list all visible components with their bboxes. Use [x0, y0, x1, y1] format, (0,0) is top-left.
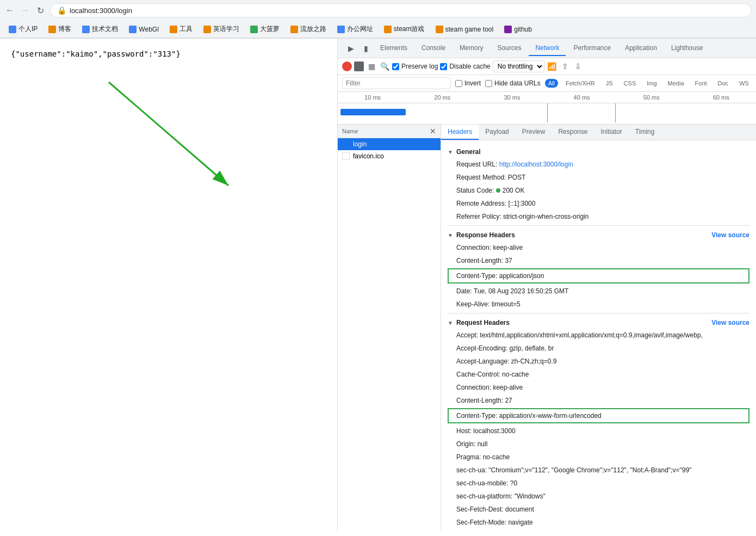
timeline-bar-area: [338, 103, 756, 122]
request-headers-section-header[interactable]: ▼ Request Headers View source: [448, 316, 749, 329]
bookmark-icon: [436, 26, 443, 33]
request-icon-favicon: [342, 152, 350, 160]
filter-doc[interactable]: Doc: [715, 79, 732, 88]
bookmark-webgl[interactable]: WebGl: [125, 24, 163, 35]
bookmark-blog[interactable]: 博客: [44, 23, 76, 35]
referrer-policy-key: Referrer Policy:: [456, 213, 503, 220]
bookmark-steam[interactable]: steam游戏: [380, 23, 429, 35]
back-button[interactable]: ←: [4, 5, 15, 16]
filter-font[interactable]: Font: [692, 79, 710, 88]
response-headers-title: Response Headers: [456, 231, 515, 239]
tab-lighthouse[interactable]: Lighthouse: [665, 41, 710, 56]
device-icon-btn[interactable]: ▮: [360, 42, 373, 55]
detail-tab-response[interactable]: Response: [551, 125, 594, 140]
close-panel-button[interactable]: ✕: [430, 127, 436, 135]
disable-cache-label[interactable]: Disable cache: [440, 63, 490, 70]
search-icon-btn[interactable]: 🔍: [379, 61, 390, 72]
bookmark-steamtool[interactable]: steam game tool: [431, 24, 498, 35]
req-host-row: Host: localhost:3000: [448, 424, 749, 438]
filter-input[interactable]: [342, 77, 451, 89]
detail-tab-headers[interactable]: Headers: [441, 125, 479, 140]
bookmark-diablo[interactable]: 大菠萝: [246, 23, 284, 35]
tab-network[interactable]: Network: [529, 41, 566, 56]
req-accept-value: text/html,application/xhtml+xml,applicat…: [480, 331, 703, 339]
bookmark-tools[interactable]: 工具: [165, 23, 197, 35]
hide-data-urls-checkbox[interactable]: [485, 80, 492, 87]
bookmark-techdoc[interactable]: 技术文档: [78, 23, 122, 35]
req-accept-encoding-value: gzip, deflate, br: [509, 344, 554, 352]
invert-checkbox[interactable]: [455, 80, 462, 87]
bookmark-office[interactable]: 办公网址: [333, 23, 377, 35]
bookmark-label: 个人IP: [18, 24, 38, 34]
filter-all[interactable]: All: [545, 79, 558, 88]
forward-button[interactable]: →: [20, 5, 30, 16]
filter-js[interactable]: JS: [603, 79, 616, 88]
bookmark-gerenip[interactable]: 个人IP: [4, 23, 42, 35]
disable-cache-text: Disable cache: [449, 63, 490, 70]
timeline-marker-2: [615, 103, 616, 122]
filter-icon-btn[interactable]: ▦: [366, 61, 377, 72]
request-list-header: Name ✕: [338, 125, 441, 138]
detail-tabs: Headers Payload Preview Response Initiat…: [441, 125, 756, 140]
wifi-icon-btn[interactable]: 📶: [547, 61, 557, 72]
filter-media[interactable]: Media: [665, 79, 687, 88]
req-sec-ch-ua-platform-key: sec-ch-ua-platform:: [456, 492, 515, 500]
bookmark-english[interactable]: 英语学习: [199, 23, 244, 35]
preserve-log-checkbox[interactable]: [392, 63, 399, 70]
request-item-favicon[interactable]: favicon.ico: [338, 150, 441, 162]
req-sec-fetch-dest-key: Sec-Fetch-Dest:: [456, 506, 505, 513]
stop-button[interactable]: [354, 61, 364, 71]
bookmark-icon: [384, 26, 392, 33]
tab-performance[interactable]: Performance: [567, 41, 617, 56]
tab-application[interactable]: Application: [618, 41, 664, 56]
detail-tab-payload[interactable]: Payload: [479, 125, 515, 140]
record-button[interactable]: [342, 61, 352, 71]
request-view-source[interactable]: View source: [711, 319, 749, 326]
cursor-icon-btn[interactable]: ▶: [344, 42, 357, 55]
hide-data-urls-label[interactable]: Hide data URLs: [485, 79, 541, 87]
throttle-select[interactable]: No throttling: [493, 60, 544, 72]
filter-css[interactable]: CSS: [621, 79, 640, 88]
disable-cache-checkbox[interactable]: [440, 63, 447, 70]
bookmark-label: steam游戏: [394, 24, 425, 34]
response-headers-section-header[interactable]: ▼ Response Headers View source: [448, 228, 749, 241]
status-code-key: Status Code:: [456, 187, 496, 194]
filter-fetch-xhr[interactable]: Fetch/XHR: [562, 79, 598, 88]
resp-date-row: Date: Tue, 08 Aug 2023 16:50:25 GMT: [448, 285, 749, 298]
detail-tab-preview[interactable]: Preview: [516, 125, 552, 140]
bookmark-github[interactable]: github: [500, 24, 536, 35]
tab-console[interactable]: Console: [415, 41, 452, 56]
general-section-header[interactable]: ▼ General: [448, 145, 749, 158]
tab-elements[interactable]: Elements: [374, 41, 414, 56]
req-sec-ch-ua-platform-row: sec-ch-ua-platform: "Windows": [448, 490, 749, 503]
filter-img[interactable]: Img: [643, 79, 660, 88]
name-column-header: Name: [342, 128, 358, 134]
reload-button[interactable]: ↻: [35, 5, 46, 16]
request-details: Headers Payload Preview Response Initiat…: [441, 125, 756, 531]
req-cache-control-key: Cache-Control:: [456, 371, 502, 378]
preserve-log-label[interactable]: Preserve log: [392, 63, 438, 70]
response-view-source[interactable]: View source: [711, 231, 749, 239]
req-host-key: Host:: [456, 427, 473, 435]
request-method-key: Request Method:: [456, 174, 508, 181]
bookmark-icon: [290, 26, 298, 33]
detail-tab-timing[interactable]: Timing: [629, 125, 661, 140]
bookmark-poe[interactable]: 流放之路: [286, 23, 331, 35]
tab-sources[interactable]: Sources: [491, 41, 528, 56]
timeline-marker-1: [547, 103, 548, 122]
filter-ws[interactable]: WS: [736, 79, 752, 88]
request-item-login[interactable]: ■ login: [338, 138, 441, 150]
export-icon-btn[interactable]: ⇩: [573, 61, 584, 72]
req-sec-fetch-dest-value: document: [505, 506, 534, 513]
detail-tab-initiator[interactable]: Initiator: [594, 125, 628, 140]
import-icon-btn[interactable]: ⇧: [560, 61, 571, 72]
resp-keep-alive-value: timeout=5: [492, 300, 520, 308]
timeline-label-30ms: 30 ms: [477, 94, 547, 101]
req-sec-fetch-site-row: Sec-Fetch-Site: cross-site: [448, 529, 749, 531]
devtools-tab-bar: ▶ ▮ Elements Console Memory Sources Netw…: [338, 39, 756, 58]
remote-address-key: Remote Address:: [456, 200, 508, 207]
address-bar[interactable]: 🔒 localhost:3000/login: [50, 3, 752, 17]
tab-memory[interactable]: Memory: [453, 41, 489, 56]
invert-label[interactable]: Invert: [455, 79, 481, 87]
req-sec-ch-ua-value: "Chromium";v="112", "Google Chrome";v="1…: [488, 466, 691, 474]
